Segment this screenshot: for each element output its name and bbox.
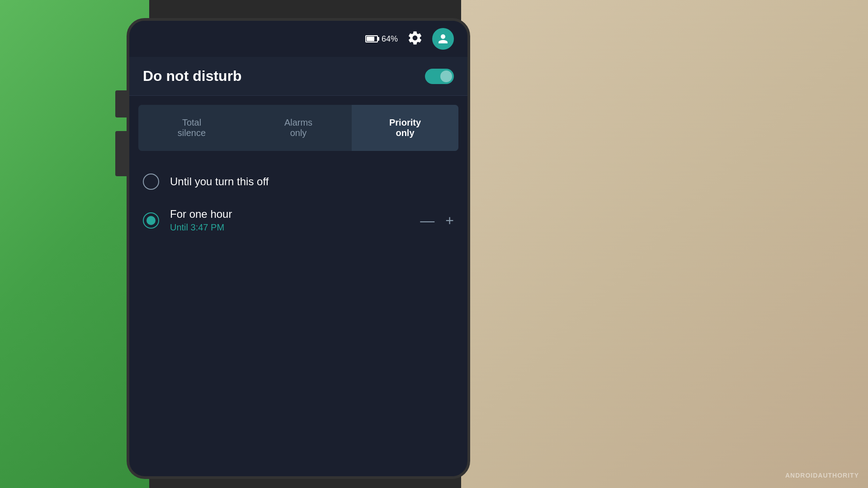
until-off-radio[interactable] (143, 174, 159, 190)
dnd-title: Do not disturb (143, 68, 242, 84)
one-hour-option[interactable]: For one hour Until 3:47 PM — + (138, 199, 458, 242)
account-icon[interactable] (432, 28, 454, 50)
dnd-toggle[interactable] (425, 69, 454, 84)
phone-side-button-2 (115, 131, 129, 176)
battery-icon (365, 35, 378, 42)
mode-selector: Totalsilence Alarmsonly Priorityonly (138, 105, 458, 151)
alarms-only-button[interactable]: Alarmsonly (245, 105, 352, 151)
until-off-option[interactable]: Until you turn this off (138, 164, 458, 199)
one-hour-subtitle: Until 3:47 PM (170, 222, 232, 233)
until-off-label: Until you turn this off (170, 175, 269, 188)
hour-controls: — + (420, 213, 454, 228)
priority-only-button[interactable]: Priorityonly (352, 105, 458, 151)
battery-status: 64% (365, 34, 398, 44)
watermark: ANDROIDAUTHORITY (785, 472, 859, 479)
total-silence-button[interactable]: Totalsilence (138, 105, 245, 151)
increase-button[interactable]: + (445, 213, 454, 228)
status-bar: 64% (129, 21, 467, 57)
decrease-button[interactable]: — (420, 213, 434, 228)
duration-options: Until you turn this off For one hour Unt… (129, 160, 467, 246)
phone-frame: 64% Do not disturb Totalsilence Alarmson… (127, 18, 470, 479)
one-hour-text: For one hour Until 3:47 PM (170, 208, 232, 233)
until-off-text: Until you turn this off (170, 175, 269, 188)
phone-side-button (115, 90, 129, 117)
dnd-section: Do not disturb (129, 57, 467, 96)
settings-icon[interactable] (407, 30, 423, 48)
right-background (461, 0, 868, 488)
one-hour-radio[interactable] (143, 212, 159, 229)
radio-inner-fill (146, 216, 156, 225)
battery-percent: 64% (382, 34, 398, 44)
one-hour-label: For one hour (170, 208, 232, 221)
toggle-knob (440, 70, 452, 82)
